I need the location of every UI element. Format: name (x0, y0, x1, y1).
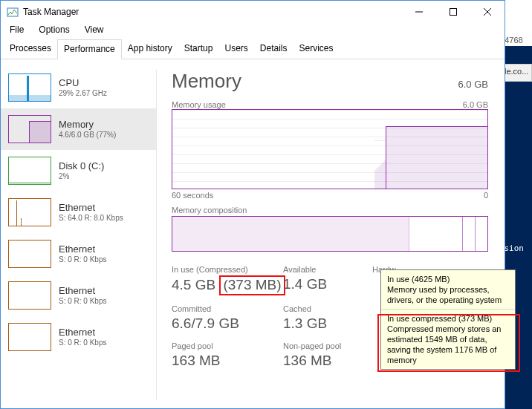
sidebar-item-sub: 4.6/6.0 GB (77%) (59, 130, 116, 140)
sidebar-item-sub: S: 0 R: 0 Kbps (59, 255, 106, 264)
page-title: Memory (172, 70, 241, 93)
app-icon (7, 6, 19, 18)
tab-services[interactable]: Services (293, 39, 340, 59)
menu-file[interactable]: File (8, 23, 25, 36)
tab-details[interactable]: Details (254, 39, 293, 59)
chart-x-right: 0 (484, 191, 488, 200)
menu-options[interactable]: Options (37, 23, 71, 36)
tab-startup[interactable]: Startup (178, 39, 219, 59)
sidebar-item-sub: 29% 2.67 GHz (59, 88, 107, 98)
sidebar-item-ethernet-2[interactable]: Ethernet S: 0 R: 0 Kbps (1, 275, 157, 316)
memory-sparkline-icon (8, 115, 51, 143)
sidebar: CPU 29% 2.67 GHz Memory 4.6/6.0 GB (77%)… (1, 59, 157, 408)
sidebar-item-label: Ethernet (59, 202, 123, 213)
stat-nonpaged-value: 136 MB (283, 352, 372, 370)
composition-label: Memory composition (172, 206, 488, 215)
cpu-sparkline-icon (8, 73, 51, 102)
sidebar-item-ethernet-3[interactable]: Ethernet S: 0 R: 0 Kbps (1, 316, 157, 358)
memory-total: 6.0 GB (458, 79, 488, 90)
stat-inuse-label: In use (Compressed) (172, 265, 283, 274)
ethernet-sparkline-icon (8, 240, 51, 268)
titlebar[interactable]: Task Manager (1, 1, 505, 23)
ethernet-sparkline-icon (8, 281, 51, 310)
stat-paged-value: 163 MB (172, 352, 283, 370)
sidebar-item-ethernet-0[interactable]: Ethernet S: 64.0 R: 8.0 Kbps (1, 192, 157, 233)
memory-usage-chart[interactable] (172, 109, 488, 189)
sidebar-item-label: Ethernet (59, 327, 106, 338)
sidebar-item-label: CPU (59, 77, 107, 88)
sidebar-item-label: Ethernet (59, 285, 106, 296)
sidebar-item-cpu[interactable]: CPU 29% 2.67 GHz (1, 67, 157, 108)
close-button[interactable] (470, 1, 505, 23)
disk-sparkline-icon (8, 157, 51, 185)
tooltip-inuse-title: In use (4625 MB) (387, 274, 509, 284)
sidebar-item-label: Disk 0 (C:) (59, 160, 104, 171)
stat-paged-label: Paged pool (172, 341, 283, 350)
sidebar-item-ethernet-1[interactable]: Ethernet S: 0 R: 0 Kbps (1, 233, 157, 275)
tooltip-compressed-desc: Compressed memory stores an estimated 15… (387, 324, 509, 365)
stat-available-label: Available (283, 265, 372, 274)
minimize-button[interactable] (402, 1, 436, 23)
tabs: Processes Performance App history Startu… (1, 39, 505, 59)
memory-composition-chart[interactable] (172, 216, 488, 252)
sidebar-item-sub: 2% (59, 171, 104, 181)
menu-view[interactable]: View (83, 23, 106, 36)
stat-cached-label: Cached (283, 304, 372, 313)
sidebar-item-label: Ethernet (59, 243, 106, 255)
menubar: File Options View (1, 23, 505, 39)
memory-tooltip: In use (4625 MB) Memory used by processe… (380, 269, 516, 370)
stat-inuse-compressed-highlight: (373 MB) (219, 275, 285, 295)
svg-rect-2 (450, 9, 457, 16)
sidebar-item-sub: S: 64.0 R: 8.0 Kbps (59, 213, 123, 223)
ethernet-sparkline-icon (8, 323, 51, 351)
tab-app-history[interactable]: App history (122, 39, 178, 59)
stat-available-value: 1.4 GB (283, 275, 372, 295)
chart-usage-max: 6.0 GB (463, 100, 488, 109)
stat-inuse-value: 4.5 GB (373 MB) (172, 275, 283, 295)
tab-processes[interactable]: Processes (4, 39, 57, 59)
stat-cached-value: 1.3 GB (283, 315, 372, 333)
sidebar-item-memory[interactable]: Memory 4.6/6.0 GB (77%) (1, 108, 157, 150)
chart-x-left: 60 seconds (172, 191, 213, 200)
stat-committed-value: 6.6/7.9 GB (172, 315, 283, 333)
stat-committed-label: Committed (172, 304, 283, 313)
tooltip-compressed-title: In use compressed (373 MB) (387, 313, 509, 324)
tab-users[interactable]: Users (218, 39, 253, 59)
maximize-button[interactable] (436, 1, 470, 23)
tab-performance[interactable]: Performance (57, 39, 122, 59)
ethernet-sparkline-icon (8, 198, 51, 226)
tooltip-inuse-desc: Memory used by processes, drivers, or th… (387, 284, 509, 305)
sidebar-item-disk[interactable]: Disk 0 (C:) 2% (1, 150, 157, 192)
chart-usage-label: Memory usage (172, 100, 226, 109)
window-title: Task Manager (23, 7, 402, 17)
sidebar-item-label: Memory (59, 119, 116, 130)
sidebar-item-sub: S: 0 R: 0 Kbps (59, 296, 106, 306)
stat-nonpaged-label: Non-paged pool (283, 341, 372, 350)
sidebar-item-sub: S: 0 R: 0 Kbps (59, 338, 106, 347)
